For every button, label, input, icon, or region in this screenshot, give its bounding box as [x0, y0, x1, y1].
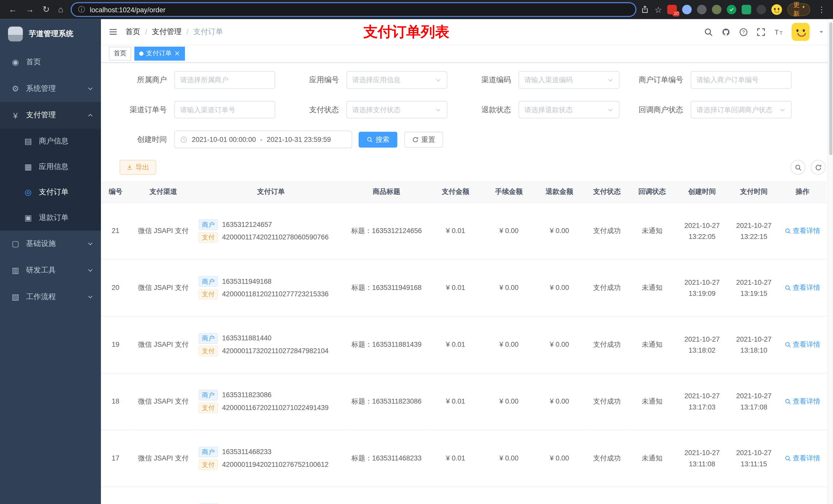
cell-title: 标题：1635311949168: [345, 259, 428, 316]
export-button[interactable]: 导出: [120, 160, 156, 175]
tab-pay-order[interactable]: 支付订单: [135, 46, 185, 60]
search-icon: [785, 341, 791, 348]
extension-icon-6[interactable]: [742, 5, 751, 14]
github-icon[interactable]: [721, 27, 730, 37]
clock-icon: [180, 136, 188, 143]
profile-avatar[interactable]: [771, 4, 782, 15]
reset-button[interactable]: 重置: [404, 131, 443, 147]
merchant-badge: 商户: [199, 389, 218, 400]
merchant-input[interactable]: 请选择所属商户: [174, 71, 275, 89]
col-amount: 支付金额: [428, 181, 484, 202]
pay-status-select[interactable]: 请选择支付状态: [346, 101, 447, 118]
cell-refund: ¥ 0.00: [534, 430, 584, 486]
cell-id: 21: [101, 202, 130, 259]
breadcrumb-payment[interactable]: 支付管理: [152, 27, 182, 37]
col-pay-status: 支付状态: [584, 181, 629, 202]
close-icon[interactable]: [174, 50, 180, 56]
sidebar-item-dev-tools[interactable]: ▥ 研发工具: [0, 257, 101, 284]
caret-down-icon[interactable]: [818, 29, 825, 35]
cell-id: [101, 486, 130, 504]
url-bar[interactable]: ⓘ localhost:1024/pay/order: [71, 2, 636, 17]
extension-icon-3[interactable]: [697, 5, 707, 14]
font-size-icon[interactable]: [774, 27, 783, 37]
sidebar-item-merchant-info[interactable]: ▤ 商户信息: [0, 128, 101, 154]
sidebar-menu: ◉ 首页 ⚙ 系统管理 ¥ 支付管理 ▤ 商户信息: [0, 49, 101, 310]
monitor-icon: ▢: [10, 239, 20, 248]
sidebar-item-refund-order[interactable]: ▣ 退款订单: [0, 205, 101, 231]
sidebar-item-system[interactable]: ⚙ 系统管理: [0, 75, 101, 102]
fullscreen-icon[interactable]: [756, 27, 765, 37]
view-detail-link[interactable]: 查看详情: [785, 283, 820, 292]
notify-status-select[interactable]: 请选择订单回调商户状态: [691, 101, 791, 118]
tags-view: 首页 支付订单: [101, 45, 833, 63]
share-icon[interactable]: [641, 5, 649, 14]
sidebar-item-payment[interactable]: ¥ 支付管理: [0, 102, 101, 128]
sidebar-item-label: 基础设施: [26, 239, 81, 248]
cell-pay-status: 支付成功: [584, 430, 629, 486]
channel-code-select[interactable]: 请输入渠道编码: [519, 71, 619, 89]
logo[interactable]: 芋道管理系统: [0, 19, 101, 49]
extension-icon-2[interactable]: [682, 5, 692, 14]
extension-icon-1[interactable]: 10: [667, 5, 677, 14]
view-detail-link[interactable]: 查看详情: [785, 226, 820, 235]
merchant-order-no: 1635311949168: [222, 278, 271, 285]
site-info-icon[interactable]: ⓘ: [78, 5, 85, 14]
cell-refund: [534, 486, 584, 504]
record-icon: ◎: [23, 188, 33, 197]
search-button[interactable]: 搜索: [359, 131, 397, 147]
extension-icon-4[interactable]: [712, 5, 721, 14]
view-detail-link[interactable]: 查看详情: [785, 453, 820, 463]
view-detail-link[interactable]: 查看详情: [785, 340, 820, 349]
sidebar-toggle[interactable]: [101, 28, 125, 36]
orders-tbody: 21 微信 JSAPI 支付 商户 1635312124657 支付 42000…: [101, 202, 827, 504]
cell-fee: ¥ 0.00: [483, 316, 534, 373]
user-avatar[interactable]: [791, 23, 810, 41]
forward-icon[interactable]: →: [26, 5, 34, 14]
search-icon[interactable]: [704, 27, 713, 37]
merchant-order-no-input[interactable]: 请输入商户订单编号: [691, 71, 791, 89]
cell-create-time: 2021-10-2713:18:02: [675, 316, 730, 373]
home-icon[interactable]: ⌂: [58, 5, 63, 14]
filter-label: 商户订单编号: [619, 75, 683, 85]
create-time-range-picker[interactable]: 2021-10-01 00:00:00 - 2021-10-31 23:59:5…: [174, 130, 352, 148]
refund-status-select[interactable]: 请选择退款状态: [519, 101, 619, 118]
cell-fee: ¥ 0.00: [483, 202, 534, 259]
view-detail-link[interactable]: 查看详情: [785, 397, 820, 406]
cell-create-time: 2021-10-2713:22:05: [675, 202, 730, 259]
pay-order-no: 4200001173202110272847982104: [222, 347, 329, 355]
bookmark-star-icon[interactable]: ☆: [654, 5, 662, 15]
sidebar-item-label: 支付订单: [39, 188, 94, 197]
cell-actions: 查看详情: [778, 316, 827, 373]
channel-order-no-input[interactable]: 请输入渠道订单号: [174, 101, 275, 118]
search-icon: [785, 455, 791, 461]
scrollbar-thumb[interactable]: [829, 22, 832, 155]
sidebar-item-pay-order[interactable]: ◎ 支付订单: [0, 179, 101, 205]
sidebar-item-home[interactable]: ◉ 首页: [0, 49, 101, 75]
tab-home[interactable]: 首页: [109, 46, 131, 60]
col-refund: 退款金额: [534, 181, 584, 202]
cell-pay-status: 支付成功: [584, 316, 629, 373]
sidebar-item-infrastructure[interactable]: ▢ 基础设施: [0, 231, 101, 257]
help-icon[interactable]: [739, 27, 748, 37]
update-button[interactable]: 更新: [787, 3, 810, 16]
extension-icon-5[interactable]: [727, 5, 736, 14]
refresh-table-button[interactable]: [811, 160, 826, 175]
extensions-puzzle-icon[interactable]: [757, 5, 766, 14]
pay-badge: 支付: [199, 289, 218, 299]
cell-id: 19: [101, 316, 130, 373]
card-icon: ▤: [23, 137, 33, 146]
cell-actions: 查看详情: [778, 486, 827, 504]
toggle-search-button[interactable]: [790, 160, 805, 175]
browser-menu-icon[interactable]: ⋮: [815, 5, 828, 14]
breadcrumb-home[interactable]: 首页: [125, 27, 140, 37]
breadcrumb-separator: /: [145, 28, 147, 36]
refresh-icon: [814, 164, 822, 171]
sidebar-item-app-info[interactable]: ▦ 应用信息: [0, 154, 101, 179]
app-select[interactable]: 请选择应用信息: [346, 71, 447, 89]
sidebar-item-label: 研发工具: [26, 266, 81, 275]
chevron-down-icon: [780, 106, 786, 113]
reload-icon[interactable]: ↻: [43, 5, 50, 14]
back-icon[interactable]: ←: [8, 5, 17, 14]
sidebar-item-workflow[interactable]: ▧ 工作流程: [0, 284, 101, 310]
search-icon: [366, 136, 373, 143]
